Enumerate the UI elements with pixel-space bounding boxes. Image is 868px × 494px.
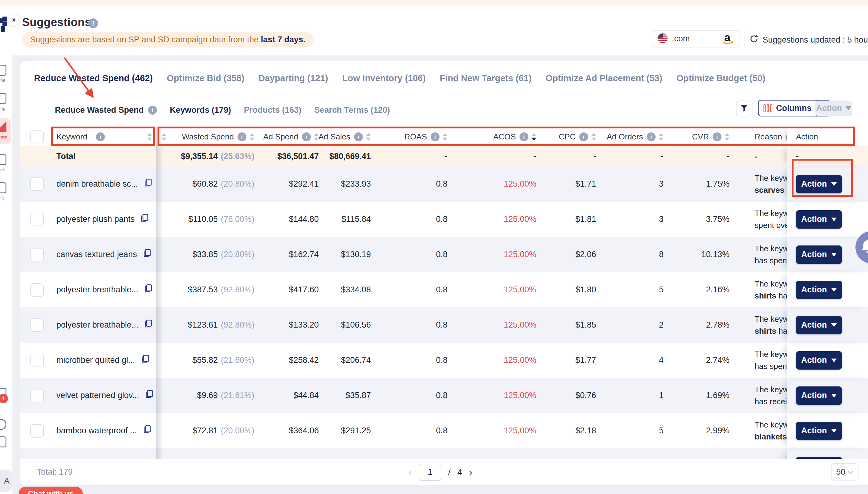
column-label: Ad Sales	[318, 132, 350, 141]
column-header-ad_spend[interactable]: Ad Spendi	[261, 127, 325, 146]
column-header-spacer[interactable]	[156, 127, 172, 146]
keyword-cell: polyester breathable...	[51, 307, 156, 343]
subtab-keywords[interactable]: Keywords (179)	[170, 106, 231, 115]
copy-icon[interactable]	[142, 424, 152, 437]
sidebar-icon-fragment	[0, 121, 6, 132]
row-checkbox[interactable]	[30, 213, 44, 226]
sidebar-item-ote[interactable]: ote	[0, 121, 12, 139]
copy-icon[interactable]	[140, 354, 150, 366]
prev-page-button[interactable]: ‹	[409, 466, 412, 478]
action-button-label: Action	[801, 214, 827, 224]
user-avatar[interactable]: A	[0, 470, 12, 492]
cell-roas: 0.8	[377, 202, 454, 237]
row-action-button[interactable]: Action	[796, 210, 842, 229]
current-page-input[interactable]: 1	[419, 464, 441, 481]
column-header-cvr[interactable]: CVRi	[670, 127, 736, 146]
marketplace-selector[interactable]: .com a	[652, 30, 740, 48]
subtab-products[interactable]: Products (163)	[244, 106, 302, 115]
row-action-button[interactable]: Action	[796, 281, 842, 299]
row-action-button[interactable]: Action	[796, 316, 842, 334]
copy-icon[interactable]	[143, 319, 153, 331]
pagination: ‹ 1 / 4 ›	[409, 459, 472, 485]
row-action-button[interactable]: Action	[796, 175, 842, 193]
marketplace-domain: .com	[672, 34, 718, 43]
row-checkbox[interactable]	[30, 177, 44, 191]
sidebar-item-ng[interactable]: ng	[0, 93, 12, 111]
sidebar-item-ne[interactable]: ne	[0, 65, 12, 83]
column-header-keyword[interactable]: Keywordi	[51, 127, 156, 146]
sidebar-expand-button[interactable]: »	[8, 14, 20, 26]
copy-icon[interactable]	[143, 283, 153, 296]
next-page-button[interactable]: ›	[469, 466, 472, 478]
tab-low-inventory[interactable]: Low Inventory (106)	[342, 73, 426, 83]
sort-icon	[162, 133, 166, 141]
cell-cvr: 2.99%	[670, 413, 736, 448]
tab-optimize-ad-placement[interactable]: Optimize Ad Placement (53)	[546, 73, 662, 83]
sidebar-item-fit[interactable]: fit	[0, 182, 12, 201]
filter-button[interactable]	[736, 100, 752, 116]
sidebar-item-es[interactable]: es	[0, 154, 12, 172]
row-action-button[interactable]: Action	[796, 245, 842, 264]
column-header-roas[interactable]: ROASi	[377, 127, 454, 146]
column-header-acos[interactable]: ACOSi	[454, 127, 543, 146]
cvr-value: 1.75%	[706, 179, 730, 189]
copy-icon[interactable]	[139, 213, 149, 226]
total-ad_spend: $36,501.47	[261, 146, 325, 166]
bulk-action-button[interactable]: Action	[815, 100, 852, 116]
copy-icon[interactable]	[144, 389, 154, 402]
cell-ad_spend: $258.42	[261, 343, 325, 378]
amazon-logo-icon: a	[721, 32, 735, 46]
cell-ad_orders: 3	[602, 166, 670, 202]
refresh-icon[interactable]	[749, 34, 759, 46]
row-checkbox[interactable]	[30, 283, 44, 297]
sidebar-item-rewards[interactable]	[0, 436, 12, 448]
select-all-checkbox[interactable]	[30, 130, 44, 144]
bell-icon	[859, 238, 868, 256]
row-checkbox-cell	[20, 237, 51, 272]
spacer-cell	[156, 413, 172, 448]
row-action-button[interactable]: Action	[796, 386, 842, 405]
wasted-spend-cell	[172, 448, 261, 459]
column-header-cpc[interactable]: CPCi	[543, 127, 602, 146]
group-info-icon[interactable]: i	[148, 106, 157, 115]
wasted-spend-percent: (76.00%)	[221, 214, 254, 224]
columns-icon	[763, 104, 772, 112]
caret-down-icon	[831, 394, 837, 397]
row-checkbox[interactable]	[30, 354, 44, 367]
sort-up-icon	[314, 133, 319, 136]
wasted-spend-percent: (21.60%)	[221, 356, 254, 365]
row-action-button[interactable]: Action	[796, 422, 842, 440]
column-label: Ad Spend	[263, 132, 298, 141]
copy-icon[interactable]	[142, 248, 152, 261]
column-header-ad_orders[interactable]: Ad Ordersi	[602, 127, 670, 146]
tab-find-new-targets[interactable]: Find New Targets (61)	[440, 73, 531, 83]
sort-down-icon	[314, 138, 319, 141]
tab-optimize-budget[interactable]: Optimize Budget (50)	[676, 73, 765, 83]
chat-with-us-button[interactable]: Chat with us	[19, 487, 83, 494]
cell-ad_spend: $417.60	[261, 272, 325, 307]
row-checkbox[interactable]	[30, 248, 44, 261]
keyword-text: bamboo waterproof ...	[56, 426, 137, 435]
row-checkbox[interactable]	[30, 318, 44, 332]
tab-optimize-bid[interactable]: Optimize Bid (358)	[167, 73, 244, 83]
subtab-search-terms[interactable]: Search Terms (120)	[314, 106, 390, 115]
column-header-ad_sales[interactable]: Ad Salesi	[325, 127, 377, 146]
column-header-wasted_spend[interactable]: Wasted Spendi	[172, 127, 261, 146]
sidebar-item-support[interactable]	[0, 419, 12, 430]
tab-dayparting[interactable]: Dayparting (121)	[258, 73, 328, 83]
keyword-text: denim breathable sc...	[56, 179, 138, 189]
sort-up-icon	[659, 133, 664, 136]
copy-icon[interactable]	[143, 178, 153, 190]
caret-down-icon	[831, 429, 837, 433]
row-checkbox[interactable]	[30, 389, 44, 402]
row-checkbox[interactable]	[30, 424, 44, 438]
cvr-value: 10.13%	[701, 250, 730, 259]
wasted-spend-percent: (20.80%)	[221, 179, 254, 189]
ad_orders-value: 1	[659, 391, 664, 400]
title-info-icon[interactable]: i	[88, 18, 98, 28]
wasted-spend-cell: $110.05(76.00%)	[172, 202, 261, 237]
tab-reduce-wasted-spend[interactable]: Reduce Wasted Spend (462)	[34, 73, 153, 83]
page-size-select[interactable]: 50	[831, 463, 858, 480]
row-action-button[interactable]: Action	[796, 351, 842, 369]
sidebar-icon-fragment	[0, 65, 6, 76]
